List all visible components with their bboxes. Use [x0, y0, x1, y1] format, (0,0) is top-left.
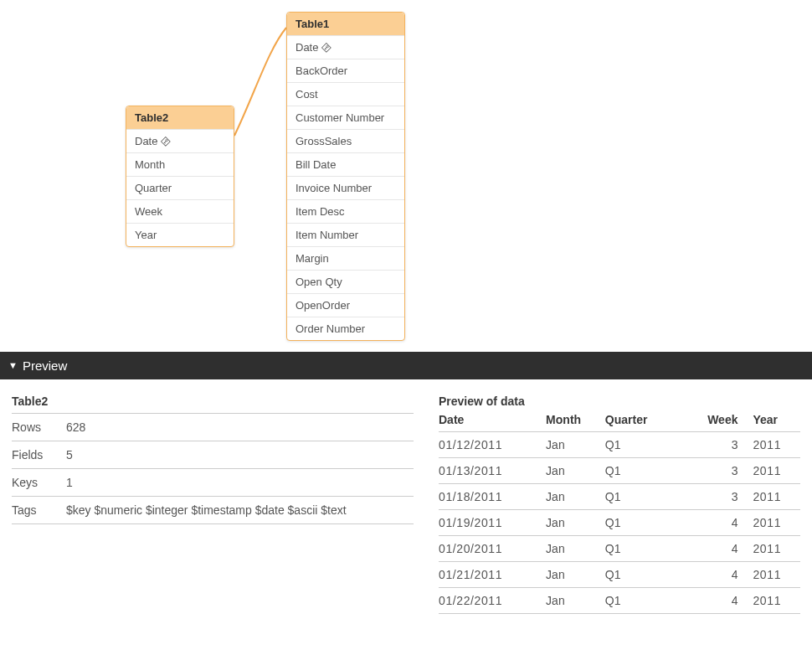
- cell-week: 3: [676, 458, 753, 484]
- field-name: Cost: [296, 88, 318, 101]
- metadata-label: Tags: [12, 503, 66, 517]
- cell-quarter: Q1: [605, 458, 676, 484]
- data-preview-title: Preview of data: [439, 395, 800, 410]
- metadata-label: Keys: [12, 476, 66, 489]
- col-week[interactable]: Week: [676, 410, 753, 432]
- cell-month: Jan: [546, 588, 605, 614]
- metadata-row: Fields5: [12, 441, 414, 469]
- table-field[interactable]: GrossSales: [287, 129, 404, 152]
- table-field[interactable]: Margin: [287, 246, 404, 270]
- table-field[interactable]: Quarter: [126, 176, 234, 199]
- table-field[interactable]: Month: [126, 152, 234, 176]
- metadata-value: 1: [66, 476, 414, 489]
- table-header[interactable]: Table1: [287, 13, 404, 35]
- cell-year: 2011: [753, 432, 800, 458]
- preview-panel: Table2 Rows628Fields5Keys1Tags$key $nume…: [0, 379, 812, 614]
- table-field[interactable]: Date⚿: [126, 129, 234, 152]
- association-line: [0, 0, 812, 352]
- field-name: Date: [135, 135, 157, 147]
- metadata-value: $key $numeric $integer $timestamp $date …: [66, 503, 414, 517]
- table-field[interactable]: Item Number: [287, 223, 404, 246]
- cell-quarter: Q1: [605, 484, 676, 510]
- field-name: Invoice Number: [296, 182, 372, 194]
- table-field[interactable]: Invoice Number: [287, 176, 404, 199]
- cell-week: 4: [676, 536, 753, 562]
- key-icon: ⚿: [160, 135, 173, 148]
- data-preview-table: Date Month Quarter Week Year 01/12/2011J…: [439, 410, 800, 614]
- table-field[interactable]: Order Number: [287, 317, 404, 340]
- field-name: Open Qty: [296, 276, 342, 288]
- cell-month: Jan: [546, 432, 605, 458]
- cell-month: Jan: [546, 458, 605, 484]
- field-name: Date: [296, 41, 318, 54]
- table-field[interactable]: Item Desc: [287, 199, 404, 223]
- table-row[interactable]: 01/20/2011JanQ142011: [439, 536, 800, 562]
- metadata-row: Keys1: [12, 469, 414, 497]
- field-name: GrossSales: [296, 135, 352, 147]
- table-field[interactable]: Year: [126, 223, 234, 246]
- col-month[interactable]: Month: [546, 410, 605, 432]
- cell-year: 2011: [753, 510, 800, 536]
- cell-date: 01/22/2011: [439, 588, 546, 614]
- field-name: Bill Date: [296, 158, 336, 171]
- table-header[interactable]: Table2: [126, 106, 234, 129]
- cell-quarter: Q1: [605, 510, 676, 536]
- table-row[interactable]: 01/21/2011JanQ142011: [439, 562, 800, 588]
- cell-week: 4: [676, 588, 753, 614]
- table-field[interactable]: OpenOrder: [287, 293, 404, 317]
- metadata-value: 5: [66, 448, 414, 462]
- field-name: Week: [135, 205, 162, 218]
- metadata-label: Fields: [12, 448, 66, 462]
- cell-quarter: Q1: [605, 536, 676, 562]
- field-name: Item Desc: [296, 205, 345, 218]
- field-name: Year: [135, 229, 157, 241]
- cell-year: 2011: [753, 588, 800, 614]
- metadata-value: 628: [66, 420, 414, 434]
- table-field[interactable]: Date⚿: [287, 35, 404, 59]
- table-field[interactable]: Open Qty: [287, 270, 404, 293]
- col-year[interactable]: Year: [753, 410, 800, 432]
- field-name: Order Number: [296, 322, 365, 335]
- cell-year: 2011: [753, 562, 800, 588]
- chevron-down-icon: ▼: [8, 360, 18, 370]
- field-name: Item Number: [296, 229, 358, 241]
- cell-year: 2011: [753, 484, 800, 510]
- table-row[interactable]: 01/13/2011JanQ132011: [439, 458, 800, 484]
- metadata-row: Tags$key $numeric $integer $timestamp $d…: [12, 497, 414, 524]
- table-field[interactable]: Customer Number: [287, 106, 404, 129]
- table-box-table1[interactable]: Table1 Date⚿BackOrderCostCustomer Number…: [286, 12, 405, 341]
- preview-toggle-bar[interactable]: ▼ Preview: [0, 352, 812, 379]
- table-metadata: Table2 Rows628Fields5Keys1Tags$key $nume…: [12, 395, 414, 614]
- table-row[interactable]: 01/19/2011JanQ142011: [439, 510, 800, 536]
- cell-date: 01/21/2011: [439, 562, 546, 588]
- col-date[interactable]: Date: [439, 410, 546, 432]
- table-field[interactable]: BackOrder: [287, 59, 404, 82]
- metadata-label: Rows: [12, 420, 66, 434]
- cell-month: Jan: [546, 562, 605, 588]
- field-name: BackOrder: [296, 64, 347, 77]
- table-field[interactable]: Week: [126, 199, 234, 223]
- table-field[interactable]: Bill Date: [287, 152, 404, 176]
- table-field[interactable]: Cost: [287, 82, 404, 106]
- schema-canvas[interactable]: Table2 Date⚿MonthQuarterWeekYear Table1 …: [0, 0, 812, 352]
- field-name: Customer Number: [296, 111, 384, 124]
- table-row[interactable]: 01/12/2011JanQ132011: [439, 432, 800, 458]
- cell-quarter: Q1: [605, 588, 676, 614]
- table-row[interactable]: 01/22/2011JanQ142011: [439, 588, 800, 614]
- field-name: Month: [135, 158, 165, 171]
- cell-month: Jan: [546, 510, 605, 536]
- field-name: Margin: [296, 252, 329, 265]
- cell-week: 4: [676, 562, 753, 588]
- cell-quarter: Q1: [605, 562, 676, 588]
- field-name: Quarter: [135, 182, 172, 194]
- cell-date: 01/18/2011: [439, 484, 546, 510]
- cell-year: 2011: [753, 458, 800, 484]
- field-name: OpenOrder: [296, 299, 350, 312]
- cell-month: Jan: [546, 484, 605, 510]
- metadata-row: Rows628: [12, 414, 414, 441]
- table-row[interactable]: 01/18/2011JanQ132011: [439, 484, 800, 510]
- col-quarter[interactable]: Quarter: [605, 410, 676, 432]
- cell-date: 01/19/2011: [439, 510, 546, 536]
- cell-date: 01/12/2011: [439, 432, 546, 458]
- table-box-table2[interactable]: Table2 Date⚿MonthQuarterWeekYear: [126, 106, 234, 247]
